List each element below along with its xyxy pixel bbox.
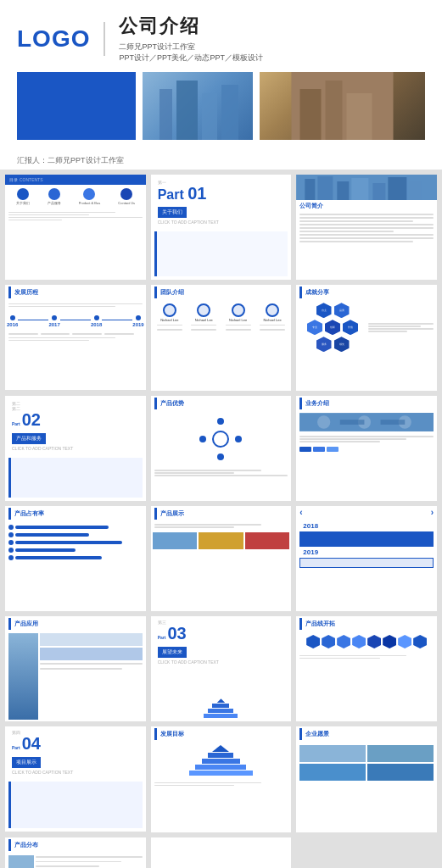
svg-rect-8 [292,72,394,140]
icons-row: 关于我们 产品服务 Product & Bus Contact Us [5,185,146,209]
content-lines [5,209,146,224]
company-title-block: 公司介绍 二师兄PPT设计工作室 PPT设计／PPT美化／动态PPT／模板设计 [119,14,263,64]
distribution-content [5,853,146,869]
slide-thank-you: 2019 THANK YOU [151,837,292,869]
part-decoration [154,231,288,276]
vision-img-1 [299,745,366,762]
bar-2 [8,532,143,537]
svg-rect-15 [389,177,407,200]
company-main-title: 公司介绍 [119,14,263,39]
company-top-image [296,175,437,200]
slide-product-advantages: 产品优势 [151,396,292,501]
vision-grid [296,742,437,784]
timeline-desc [5,331,146,344]
slide-product-distribution: 产品分布 [5,837,146,869]
icon-item-4: Contact Us [118,188,135,205]
cover-image-left [17,72,136,140]
product-2018-bar [299,531,434,547]
business-title: 业务介绍 [299,398,434,409]
achievements-title: 成就分享 [299,287,434,298]
dist-img [8,855,34,869]
slide-development-goals: 发展目标 [151,726,292,832]
slide-part2-block: 第二 第二 Part 02 产品和服务 CLICK TO ADD CAPTION… [5,396,146,454]
part3-title: 展望未来 [158,647,187,658]
cover-images [0,69,442,152]
right-arrow-icon: › [431,508,434,517]
cover-slide: LOGO 公司介绍 二师兄PPT设计工作室 PPT设计／PPT美化／动态PPT／… [0,0,442,170]
advantages-title: 产品优势 [154,398,288,409]
part2-label: 第二 [8,399,143,406]
icon-item-2: 产品服务 [48,188,61,205]
svg-rect-10 [305,179,316,200]
bar-5 [8,555,143,560]
goals-title: 发展目标 [154,728,288,740]
dist-info [36,855,143,869]
app-right-content [40,633,143,720]
svg-rect-16 [410,181,422,200]
product-img-2 [199,532,243,549]
year-2018: 2018 [303,522,430,530]
slide-enterprise-vision: 企业愿景 [296,726,437,832]
divider [104,22,105,56]
svg-rect-13 [352,178,369,200]
icon-item-3: Product & Bus [79,188,101,205]
bar-4 [8,548,143,553]
part2-title: 产品和服务 [12,433,46,444]
part2-decoration [8,458,143,498]
part4-decoration [8,782,143,828]
slide-achievements: 成就分享 自主 品质 专业 创新 价值 服务 领先 [296,285,437,390]
main-products-header: ‹ › [296,506,437,519]
slide-product-expansion: 产品线开拓 [296,616,437,721]
vision-img-2 [367,745,434,762]
cover-image-mid [143,72,253,140]
slide-main-products: ‹ › 2018 2019 [296,506,437,611]
vision-title: 企业愿景 [299,728,434,740]
applications-title: 产品应用 [8,618,143,630]
expansion-title: 产品线开拓 [299,618,434,630]
product-2019-bar [299,558,434,568]
cover-footer: 汇报人：二师兄PPT设计工作室 [0,152,442,170]
business-desc [296,433,437,446]
timeline: 2016 2017 2018 2019 [5,310,146,331]
slide-company-intro: 公司简介 [296,175,437,280]
product-display-desc [151,521,292,531]
history-lines [5,300,146,310]
icon-item-1: 关于我们 [16,188,30,205]
avatar-2: Nichael Lee [191,303,216,331]
slide-business-intro: 业务介绍 [296,396,437,501]
product-images [151,531,292,551]
year-2019: 2019 [303,548,430,556]
app-img-2 [40,648,143,660]
pyramid-diagram [151,668,292,721]
app-left-image [8,633,38,720]
market-title: 产品占有率 [8,508,143,520]
goals-desc [151,779,292,789]
business-image [299,413,434,431]
thank-you-content: 2019 THANK YOU [151,837,292,869]
app-img-1 [40,633,143,646]
svg-rect-11 [318,176,333,200]
avatar-4: Nichael Lee [260,303,285,331]
distribution-title: 产品分布 [8,839,143,851]
company-text [296,212,437,244]
applications-content [5,632,146,721]
slide-part-block: 第一 Part 01 关于我们 CLICK TO ADD CAPTION TEX… [151,175,292,228]
svg-rect-21 [340,420,365,425]
svg-rect-3 [221,85,238,140]
avatar-3: Nichael Lee [226,303,251,331]
part-title: 关于我们 [158,207,187,218]
slide-history: 发展历程 2016 2017 2018 2019 [5,285,146,390]
advantages-desc [151,467,292,480]
slide-product-applications: 产品应用 [5,616,146,721]
cover-image-right [260,72,425,140]
main-products-content: 2018 2019 [296,519,437,571]
slide-project-display: 第四 Part 04 项目展示 CLICK TO ADD CAPTION TEX… [5,726,146,832]
part-num: Part 01 [154,185,288,202]
slide-products-services: 第二 第二 Part 02 产品和服务 CLICK TO ADD CAPTION… [5,396,146,501]
product-display-title: 产品展示 [154,508,288,520]
part4-block: 第四 Part 04 项目展示 CLICK TO ADD CAPTION TEX… [5,726,146,778]
slide-market-share: 产品占有率 [5,506,146,611]
slide-product-display: 产品展示 [151,506,292,611]
slides-grid: 目录 CONTENTS 关于我们 产品服务 Product & Bus Cont… [0,170,442,868]
svg-rect-14 [373,183,386,200]
